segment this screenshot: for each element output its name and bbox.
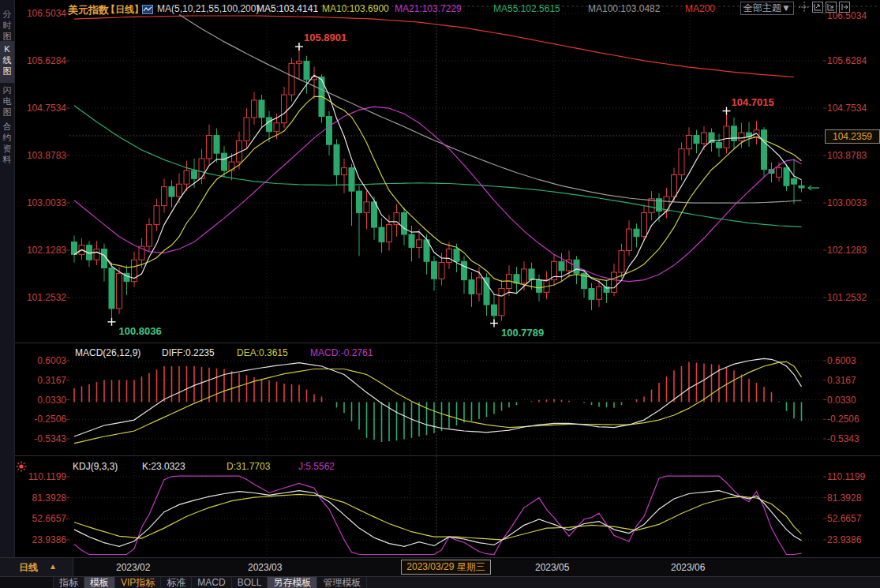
header-ma-value-3: MA21:103.7229 xyxy=(395,3,462,14)
period-arrow-icon: ▲ xyxy=(49,562,57,571)
date-axis-label: 2023/05 xyxy=(535,562,569,573)
price-axis-label-left: 103.0033 xyxy=(17,197,66,208)
header-ma-value-6: MA200 xyxy=(685,3,715,14)
kline-chart-icon xyxy=(142,3,153,17)
kdj-axis-label-right: 52.6657 xyxy=(827,513,861,524)
period-label: 日线 xyxy=(19,561,38,575)
kdj-d-value: D:31.7703 xyxy=(227,461,270,472)
period-tag: 【日线】 xyxy=(106,3,144,17)
kdj-axis-label-right: 110.1199 xyxy=(827,471,865,482)
kdj-axis-label-right: 23.9386 xyxy=(827,534,861,545)
header-ma-value-2: MA10:103.6900 xyxy=(322,3,389,14)
date-axis-label: 2023/03 xyxy=(248,562,282,573)
sidebar-item-char: 电 xyxy=(0,96,14,107)
scale-right-icon[interactable] xyxy=(826,2,837,16)
price-axis-label-left: 102.1283 xyxy=(17,245,66,256)
bottom-tabbar: 指标模板VIP指标标准MACDBOLL另存模板管理模板 xyxy=(0,576,880,588)
chart-canvas[interactable] xyxy=(0,0,880,588)
macd-axis-label-right: 0.6003 xyxy=(827,355,856,366)
header-ma-value-5: MA100:103.0482 xyxy=(588,3,660,14)
sidebar-item-char: K xyxy=(0,43,14,54)
extreme-price-annotation: 100.8036 xyxy=(119,325,162,337)
price-axis-label-left: 104.7534 xyxy=(17,103,66,114)
sidebar-item-4[interactable]: 合约资料 xyxy=(0,118,14,171)
sidebar-item-char: 图 xyxy=(0,31,14,42)
sidebar-item-char: 图 xyxy=(0,107,14,118)
pan-right-icon[interactable] xyxy=(839,2,850,16)
header-ma-value-4: MA55:102.5615 xyxy=(493,3,560,14)
price-axis-label-left: 106.5034 xyxy=(17,8,66,19)
macd-diff-value: DIFF:0.2235 xyxy=(162,347,215,358)
sidebar-item-char: 图 xyxy=(0,66,14,77)
price-axis-label-right: 102.1283 xyxy=(827,245,867,256)
price-axis-label-right: 104.7534 xyxy=(827,103,867,114)
sidebar-item-char: 时 xyxy=(0,20,14,31)
bottom-tab-8[interactable]: 管理模板 xyxy=(317,577,367,588)
sidebar-item-char: 合 xyxy=(0,121,14,132)
price-axis-label-right: 101.2532 xyxy=(827,292,867,303)
macd-axis-label-left: -0.2506 xyxy=(17,414,66,425)
date-axis-label: 2023/02 xyxy=(116,562,150,573)
macd-axis-label-left: 0.0330 xyxy=(17,395,66,406)
kdj-beacon-icon[interactable] xyxy=(16,461,27,475)
macd-axis-label-right: 0.0330 xyxy=(827,395,856,406)
period-selector[interactable]: 日线 ▲ xyxy=(0,558,73,576)
date-axis-label: 2023/06 xyxy=(671,562,705,573)
crosshair-date-tag: 2023/03/29 星期三 xyxy=(401,560,491,575)
macd-axis-label-left: 0.3167 xyxy=(17,375,66,386)
extreme-price-annotation: 105.8901 xyxy=(304,32,346,43)
crosshair-price-tag: 104.2359 xyxy=(825,129,880,144)
bottom-tab-7[interactable]: 另存模板 xyxy=(268,577,317,588)
macd-axis-label-left: 0.6003 xyxy=(17,355,66,366)
sidebar-item-char: 约 xyxy=(0,132,14,143)
price-axis-label-right: 105.6284 xyxy=(827,55,867,66)
sidebar-item-char: 线 xyxy=(0,54,14,66)
kdj-axis-label-left: 23.9386 xyxy=(17,534,66,545)
bottom-tab-6[interactable]: BOLL xyxy=(232,577,268,588)
sidebar-item-2[interactable]: K线图 xyxy=(0,41,14,83)
sidebar-item-char: 分 xyxy=(0,9,14,20)
trading-app-window: 分时图K线图闪电图合约资料 美元指数 【日线】 MA(5,10,21,55,10… xyxy=(0,0,880,588)
macd-axis-label-right: -0.5343 xyxy=(827,433,859,444)
kdj-axis-label-left: 81.3928 xyxy=(17,492,66,504)
tabbar-spacer xyxy=(0,577,54,588)
price-axis-label-left: 105.6284 xyxy=(17,55,66,66)
macd-axis-label-left: -0.5343 xyxy=(17,433,66,444)
sidebar-item-char: 料 xyxy=(0,154,14,165)
price-axis-label-left: 103.8783 xyxy=(17,150,66,161)
bottom-tab-5[interactable]: MACD xyxy=(192,577,231,588)
bottom-tab-4[interactable]: 标准 xyxy=(161,577,192,588)
theme-dropdown-button[interactable]: 全部主题▼ xyxy=(740,2,794,15)
date-axis-bar: 日线 ▲ 2023/022023/032023/052023/06 2023/0… xyxy=(0,557,880,577)
kdj-axis-label-left: 52.6657 xyxy=(17,513,66,524)
kdj-title: KDJ(9,3,3) xyxy=(73,461,118,472)
bottom-tab-2[interactable]: 模板 xyxy=(84,577,115,588)
left-sidebar: 分时图K线图闪电图合约资料 xyxy=(0,0,15,588)
extreme-price-annotation: 104.7015 xyxy=(732,96,774,108)
price-axis-label-left: 101.2532 xyxy=(17,292,66,303)
symbol-title: 美元指数 xyxy=(68,3,109,17)
bottom-tab-1[interactable]: 指标 xyxy=(54,577,84,588)
scale-left-icon[interactable] xyxy=(812,2,823,16)
kdj-axis-label-right: 81.3928 xyxy=(827,492,861,504)
crosshair-icon[interactable] xyxy=(799,2,810,16)
macd-dea-value: DEA:0.3615 xyxy=(237,347,288,358)
price-axis-label-right: 103.0033 xyxy=(827,197,867,208)
price-axis-label-right: 103.8783 xyxy=(827,150,867,161)
extreme-price-annotation: 100.7789 xyxy=(501,327,544,339)
macd-title: MACD(26,12,9) xyxy=(75,347,140,358)
kdj-k-value: K:23.0323 xyxy=(142,461,185,472)
sidebar-item-char: 闪 xyxy=(0,84,14,96)
sidebar-item-char: 资 xyxy=(0,143,14,154)
macd-axis-label-right: -0.2506 xyxy=(827,414,859,425)
bottom-tab-3[interactable]: VIP指标 xyxy=(115,577,161,588)
macd-axis-label-right: 0.3167 xyxy=(827,375,856,386)
kdj-j-value: J:5.5562 xyxy=(298,461,335,472)
ma-group-label: MA(5,10,21,55,100,200) xyxy=(157,3,259,14)
macd-value: MACD:-0.2761 xyxy=(310,347,373,358)
header-ma-value-1: MA5:103.4141 xyxy=(257,3,318,14)
